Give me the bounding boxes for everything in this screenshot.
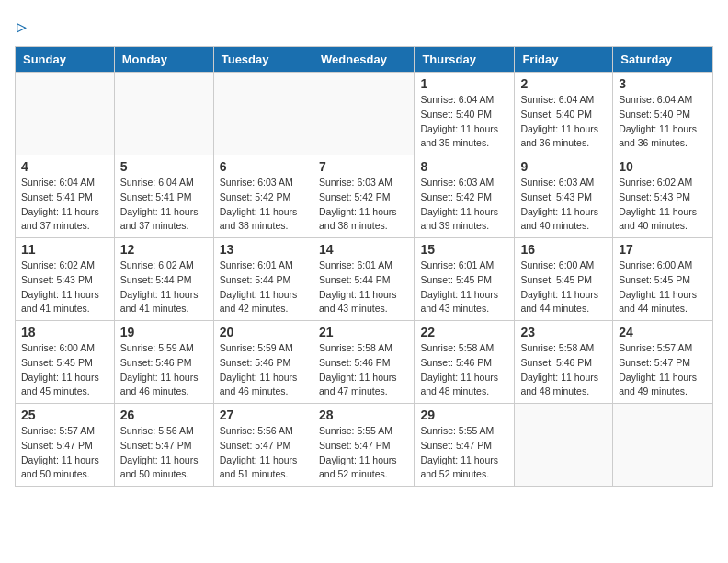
day-info: Sunrise: 6:04 AM Sunset: 5:40 PM Dayligh… [520,93,607,151]
day-info: Sunrise: 6:00 AM Sunset: 5:45 PM Dayligh… [520,259,607,316]
calendar-cell [313,73,414,155]
calendar-cell: 15Sunrise: 6:01 AM Sunset: 5:45 PM Dayli… [415,238,515,321]
calendar-cell: 13Sunrise: 6:01 AM Sunset: 5:44 PM Dayli… [213,238,313,321]
week-row-4: 18Sunrise: 6:00 AM Sunset: 5:45 PM Dayli… [16,321,713,404]
week-row-1: 1Sunrise: 6:04 AM Sunset: 5:40 PM Daylig… [16,73,713,155]
calendar-cell: 21Sunrise: 5:58 AM Sunset: 5:46 PM Dayli… [313,321,414,404]
day-info: Sunrise: 5:56 AM Sunset: 5:47 PM Dayligh… [220,424,307,482]
day-info: Sunrise: 6:01 AM Sunset: 5:44 PM Dayligh… [220,259,307,316]
day-info: Sunrise: 6:02 AM Sunset: 5:43 PM Dayligh… [619,176,707,234]
page-header: ▹ [15,15,713,39]
column-header-tuesday: Tuesday [213,47,313,73]
day-info: Sunrise: 6:02 AM Sunset: 5:43 PM Dayligh… [21,259,108,316]
calendar-cell: 2Sunrise: 6:04 AM Sunset: 5:40 PM Daylig… [515,73,613,155]
day-info: Sunrise: 6:01 AM Sunset: 5:44 PM Dayligh… [319,259,408,316]
calendar-cell: 14Sunrise: 6:01 AM Sunset: 5:44 PM Dayli… [313,238,414,321]
day-number: 19 [120,325,208,339]
day-number: 17 [619,242,707,257]
calendar-cell: 16Sunrise: 6:00 AM Sunset: 5:45 PM Dayli… [515,238,613,321]
day-info: Sunrise: 5:59 AM Sunset: 5:46 PM Dayligh… [220,341,307,399]
calendar-cell: 18Sunrise: 6:00 AM Sunset: 5:45 PM Dayli… [16,321,115,404]
day-info: Sunrise: 5:55 AM Sunset: 5:47 PM Dayligh… [420,424,508,482]
calendar-cell: 12Sunrise: 6:02 AM Sunset: 5:44 PM Dayli… [114,238,213,321]
day-info: Sunrise: 5:57 AM Sunset: 5:47 PM Dayligh… [21,424,108,482]
day-number: 25 [21,408,108,422]
calendar-cell: 22Sunrise: 5:58 AM Sunset: 5:46 PM Dayli… [415,321,515,404]
day-info: Sunrise: 5:58 AM Sunset: 5:46 PM Dayligh… [319,341,408,399]
day-number: 10 [619,159,707,174]
logo: ▹ [15,15,27,39]
calendar-cell: 9Sunrise: 6:03 AM Sunset: 5:43 PM Daylig… [515,155,613,238]
calendar-cell [613,404,713,487]
calendar-cell [213,73,313,155]
calendar-cell [114,73,213,155]
day-number: 29 [420,408,508,422]
day-number: 18 [21,325,108,339]
calendar-header-row: SundayMondayTuesdayWednesdayThursdayFrid… [16,47,713,73]
day-info: Sunrise: 6:03 AM Sunset: 5:42 PM Dayligh… [420,176,508,234]
logo-bird-icon: ▹ [17,15,27,39]
calendar-cell: 28Sunrise: 5:55 AM Sunset: 5:47 PM Dayli… [313,404,414,487]
calendar-cell: 20Sunrise: 5:59 AM Sunset: 5:46 PM Dayli… [213,321,313,404]
week-row-2: 4Sunrise: 6:04 AM Sunset: 5:41 PM Daylig… [16,155,713,238]
day-info: Sunrise: 6:04 AM Sunset: 5:40 PM Dayligh… [619,93,707,151]
calendar-cell: 26Sunrise: 5:56 AM Sunset: 5:47 PM Dayli… [114,404,213,487]
day-info: Sunrise: 5:56 AM Sunset: 5:47 PM Dayligh… [120,424,208,482]
calendar-cell [16,73,115,155]
day-info: Sunrise: 6:03 AM Sunset: 5:43 PM Dayligh… [520,176,607,234]
week-row-3: 11Sunrise: 6:02 AM Sunset: 5:43 PM Dayli… [16,238,713,321]
column-header-monday: Monday [114,47,213,73]
day-info: Sunrise: 5:58 AM Sunset: 5:46 PM Dayligh… [520,341,607,399]
calendar-cell: 27Sunrise: 5:56 AM Sunset: 5:47 PM Dayli… [213,404,313,487]
day-number: 6 [220,159,307,174]
day-info: Sunrise: 6:04 AM Sunset: 5:41 PM Dayligh… [120,176,208,234]
day-info: Sunrise: 6:03 AM Sunset: 5:42 PM Dayligh… [220,176,307,234]
column-header-saturday: Saturday [613,47,713,73]
calendar-cell: 25Sunrise: 5:57 AM Sunset: 5:47 PM Dayli… [16,404,115,487]
day-number: 4 [21,159,108,174]
calendar-cell: 24Sunrise: 5:57 AM Sunset: 5:47 PM Dayli… [613,321,713,404]
day-info: Sunrise: 6:01 AM Sunset: 5:45 PM Dayligh… [420,259,508,316]
calendar-cell: 8Sunrise: 6:03 AM Sunset: 5:42 PM Daylig… [415,155,515,238]
calendar-cell: 1Sunrise: 6:04 AM Sunset: 5:40 PM Daylig… [415,73,515,155]
day-number: 5 [120,159,208,174]
calendar-cell: 3Sunrise: 6:04 AM Sunset: 5:40 PM Daylig… [613,73,713,155]
day-info: Sunrise: 6:03 AM Sunset: 5:42 PM Dayligh… [319,176,408,234]
day-number: 7 [319,159,408,174]
day-number: 22 [420,325,508,339]
day-number: 9 [520,159,607,174]
day-number: 21 [319,325,408,339]
calendar-cell: 4Sunrise: 6:04 AM Sunset: 5:41 PM Daylig… [16,155,115,238]
day-number: 28 [319,408,408,422]
day-info: Sunrise: 5:57 AM Sunset: 5:47 PM Dayligh… [619,341,707,399]
day-number: 24 [619,325,707,339]
calendar-cell: 17Sunrise: 6:00 AM Sunset: 5:45 PM Dayli… [613,238,713,321]
column-header-wednesday: Wednesday [313,47,414,73]
day-info: Sunrise: 6:02 AM Sunset: 5:44 PM Dayligh… [120,259,208,316]
day-number: 14 [319,242,408,257]
column-header-thursday: Thursday [415,47,515,73]
column-header-friday: Friday [515,47,613,73]
calendar-table: SundayMondayTuesdayWednesdayThursdayFrid… [15,46,713,487]
day-number: 13 [220,242,307,257]
day-number: 12 [120,242,208,257]
day-number: 8 [420,159,508,174]
calendar-cell: 7Sunrise: 6:03 AM Sunset: 5:42 PM Daylig… [313,155,414,238]
week-row-5: 25Sunrise: 5:57 AM Sunset: 5:47 PM Dayli… [16,404,713,487]
day-info: Sunrise: 6:04 AM Sunset: 5:41 PM Dayligh… [21,176,108,234]
day-number: 27 [220,408,307,422]
day-number: 3 [619,76,707,91]
calendar-cell [515,404,613,487]
calendar-cell: 6Sunrise: 6:03 AM Sunset: 5:42 PM Daylig… [213,155,313,238]
day-number: 23 [520,325,607,339]
day-number: 26 [120,408,208,422]
day-info: Sunrise: 5:59 AM Sunset: 5:46 PM Dayligh… [120,341,208,399]
day-info: Sunrise: 6:00 AM Sunset: 5:45 PM Dayligh… [619,259,707,316]
calendar-cell: 10Sunrise: 6:02 AM Sunset: 5:43 PM Dayli… [613,155,713,238]
calendar-cell: 19Sunrise: 5:59 AM Sunset: 5:46 PM Dayli… [114,321,213,404]
calendar-cell: 23Sunrise: 5:58 AM Sunset: 5:46 PM Dayli… [515,321,613,404]
day-info: Sunrise: 6:04 AM Sunset: 5:40 PM Dayligh… [420,93,508,151]
calendar-cell: 11Sunrise: 6:02 AM Sunset: 5:43 PM Dayli… [16,238,115,321]
day-number: 11 [21,242,108,257]
day-info: Sunrise: 5:58 AM Sunset: 5:46 PM Dayligh… [420,341,508,399]
